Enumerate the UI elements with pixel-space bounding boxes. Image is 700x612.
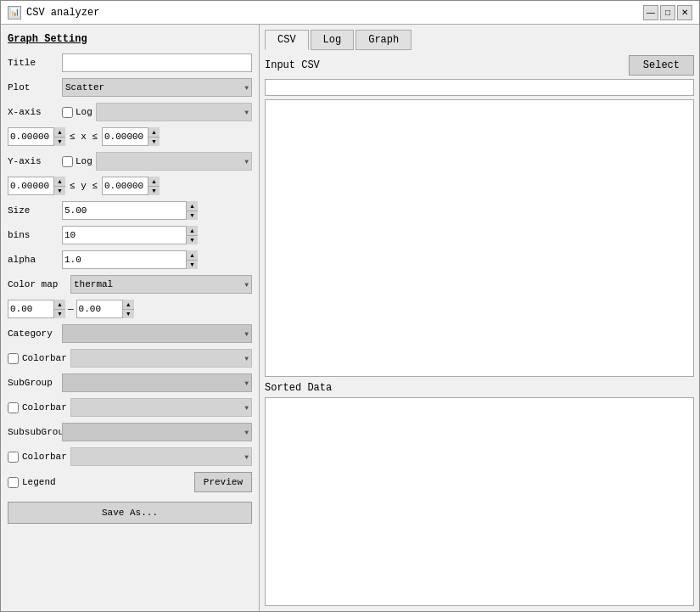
xaxis-col-select[interactable]	[96, 103, 252, 121]
colorbar1-label: Colorbar	[22, 353, 67, 363]
bins-input[interactable]	[62, 226, 198, 244]
tab-graph[interactable]: Graph	[356, 30, 412, 50]
cmin-wrapper: ▲ ▼	[8, 300, 65, 318]
tab-log[interactable]: Log	[311, 30, 355, 50]
alpha-up[interactable]: ▲	[187, 250, 198, 261]
colorbar1-select[interactable]	[70, 349, 252, 368]
colorbar1-select-wrapper	[70, 349, 252, 368]
xmax-down[interactable]: ▼	[148, 138, 160, 147]
colormap-select[interactable]: thermal viridis plasma magma	[70, 275, 252, 294]
size-row: Size ▲ ▼	[8, 201, 252, 220]
cmin-down[interactable]: ▼	[54, 310, 65, 319]
yaxis-row: Y-axis Log	[8, 152, 252, 171]
size-spinbtns: ▲ ▼	[186, 201, 198, 220]
xrange-row: ▲ ▼ ≤ x ≤ ▲ ▼	[8, 127, 252, 146]
size-down[interactable]: ▼	[187, 211, 198, 221]
window-content: Graph Setting Title Plot Scatter Line Ba…	[1, 25, 699, 611]
colormap-label: Color map	[8, 279, 67, 289]
colorbar1-row: Colorbar	[8, 349, 252, 368]
maximize-button[interactable]: □	[660, 5, 675, 20]
colorbar2-label: Colorbar	[22, 402, 67, 413]
title-label: Title	[8, 58, 59, 68]
ymin-down[interactable]: ▼	[54, 187, 65, 196]
subsubgroup-select[interactable]	[62, 423, 252, 441]
tab-bar: CSV Log Graph	[265, 30, 694, 50]
plot-select[interactable]: Scatter Line Bar Histogram	[62, 78, 252, 97]
title-input[interactable]	[62, 53, 252, 72]
xmin-down[interactable]: ▼	[54, 138, 65, 147]
subgroup-label: SubGroup	[8, 378, 59, 388]
colorbar2-row: Colorbar	[8, 398, 252, 417]
colorbar1-checkbox[interactable]	[8, 353, 19, 364]
legend-preview-row: Legend Preview	[8, 472, 252, 492]
save-as-button[interactable]: Save As...	[8, 502, 252, 524]
color-range-row: ▲ ▼ — ▲ ▼	[8, 300, 252, 318]
xmin-up[interactable]: ▲	[54, 127, 65, 138]
category-row: Category	[8, 324, 252, 343]
alpha-down[interactable]: ▼	[187, 261, 198, 270]
size-input[interactable]	[62, 201, 198, 220]
size-up[interactable]: ▲	[187, 201, 198, 211]
section-title: Graph Setting	[8, 33, 252, 45]
sorted-data-label: Sorted Data	[265, 382, 694, 394]
subsubgroup-row: SubsubGroup	[8, 423, 252, 441]
minimize-button[interactable]: —	[643, 5, 658, 20]
select-file-button[interactable]: Select	[629, 55, 694, 76]
input-csv-label: Input CSV	[265, 59, 320, 71]
left-panel: Graph Setting Title Plot Scatter Line Ba…	[1, 25, 260, 611]
input-csv-row: Input CSV Select	[265, 55, 694, 76]
yaxis-log-checkbox[interactable]	[62, 156, 73, 167]
category-select[interactable]	[62, 324, 252, 343]
title-bar-left: 📊 CSV analyzer	[8, 6, 99, 20]
colorbar2-select[interactable]	[70, 398, 252, 417]
colorbar2-checkbox[interactable]	[8, 402, 19, 413]
colormap-select-wrapper: thermal viridis plasma magma	[70, 275, 252, 294]
yaxis-col-select[interactable]	[96, 152, 252, 171]
preview-button[interactable]: Preview	[194, 472, 252, 492]
bins-up[interactable]: ▲	[187, 226, 198, 236]
size-wrapper: ▲ ▼	[62, 201, 198, 220]
ymax-up[interactable]: ▲	[148, 177, 160, 187]
ymax-wrapper: ▲ ▼	[102, 177, 160, 195]
bins-down[interactable]: ▼	[187, 236, 198, 245]
xmin-wrapper: ▲ ▼	[8, 127, 65, 146]
yaxis-col-wrapper	[96, 152, 252, 171]
xmax-wrapper: ▲ ▼	[102, 127, 160, 146]
plot-row: Plot Scatter Line Bar Histogram	[8, 78, 252, 97]
yaxis-log-label: Log	[62, 156, 92, 167]
right-panel: CSV Log Graph Input CSV Select Sorted Da…	[260, 25, 699, 611]
subgroup-select[interactable]	[62, 373, 252, 392]
yaxis-label: Y-axis	[8, 156, 59, 166]
legend-checkbox[interactable]	[8, 477, 19, 488]
xmax-up[interactable]: ▲	[148, 127, 160, 138]
app-icon: 📊	[8, 6, 21, 20]
ymin-up[interactable]: ▲	[54, 177, 65, 187]
xaxis-log-label: Log	[62, 107, 92, 118]
title-bar: 📊 CSV analyzer — □ ✕	[1, 1, 699, 25]
cmax-up[interactable]: ▲	[123, 300, 134, 310]
category-select-wrapper	[62, 324, 252, 343]
ymin-wrapper: ▲ ▼	[8, 177, 65, 195]
bins-label: bins	[8, 230, 59, 240]
file-path-box	[265, 79, 694, 96]
colorbar3-select[interactable]	[70, 447, 252, 466]
yrange-row: ▲ ▼ ≤ y ≤ ▲ ▼	[8, 177, 252, 195]
close-button[interactable]: ✕	[677, 5, 692, 20]
csv-section: Input CSV Select Sorted Data	[265, 55, 694, 606]
xaxis-col-wrapper	[96, 103, 252, 121]
cmin-up[interactable]: ▲	[54, 300, 65, 310]
tab-csv[interactable]: CSV	[265, 30, 309, 50]
xaxis-log-checkbox[interactable]	[62, 107, 73, 118]
ymax-down[interactable]: ▼	[148, 187, 160, 196]
ymax-spinbtns: ▲ ▼	[148, 177, 160, 195]
xaxis-row: X-axis Log	[8, 103, 252, 121]
xmin-spinbtns: ▲ ▼	[53, 127, 65, 146]
colorbar2-select-wrapper	[70, 398, 252, 417]
colorbar3-checkbox[interactable]	[8, 452, 19, 463]
alpha-input[interactable]	[62, 250, 198, 269]
colormap-row: Color map thermal viridis plasma magma	[8, 275, 252, 294]
yrange-op1: ≤ y ≤	[68, 181, 99, 191]
subgroup-select-wrapper	[62, 373, 252, 392]
cmax-down[interactable]: ▼	[123, 310, 134, 319]
data-display-box	[265, 99, 694, 377]
